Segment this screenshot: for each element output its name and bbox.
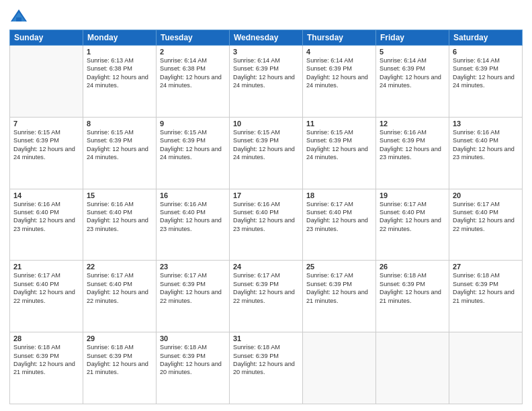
day-info: Sunrise: 6:17 AM Sunset: 6:40 PM Dayligh… bbox=[87, 271, 152, 305]
day-info: Sunrise: 6:16 AM Sunset: 6:40 PM Dayligh… bbox=[87, 200, 152, 234]
day-number: 28 bbox=[13, 334, 79, 342]
daylight-label: Daylight: 12 hours and 21 minutes. bbox=[380, 289, 441, 304]
day-number: 31 bbox=[233, 334, 299, 342]
day-info: Sunrise: 6:15 AM Sunset: 6:39 PM Dayligh… bbox=[13, 128, 79, 162]
sunrise-label: Sunrise: 6:17 AM bbox=[306, 272, 353, 279]
day-number: 23 bbox=[160, 263, 226, 271]
day-number: 11 bbox=[306, 120, 372, 128]
sunset-label: Sunset: 6:39 PM bbox=[160, 281, 206, 287]
day-number: 15 bbox=[87, 191, 152, 199]
sunrise-label: Sunrise: 6:17 AM bbox=[306, 201, 353, 208]
sunset-label: Sunset: 6:39 PM bbox=[380, 281, 425, 287]
header bbox=[9, 7, 523, 26]
day-info: Sunrise: 6:17 AM Sunset: 6:40 PM Dayligh… bbox=[380, 200, 445, 234]
day-info: Sunrise: 6:16 AM Sunset: 6:40 PM Dayligh… bbox=[160, 200, 226, 234]
day-info: Sunrise: 6:17 AM Sunset: 6:39 PM Dayligh… bbox=[160, 271, 226, 305]
sunset-label: Sunset: 6:39 PM bbox=[13, 353, 59, 359]
day-info: Sunrise: 6:18 AM Sunset: 6:39 PM Dayligh… bbox=[233, 343, 299, 377]
day-number: 13 bbox=[453, 120, 519, 128]
day-info: Sunrise: 6:16 AM Sunset: 6:40 PM Dayligh… bbox=[453, 128, 519, 162]
sunrise-label: Sunrise: 6:14 AM bbox=[233, 57, 280, 64]
calendar-cell bbox=[376, 332, 449, 404]
sunrise-label: Sunrise: 6:16 AM bbox=[87, 201, 134, 208]
day-header-monday: Monday bbox=[83, 30, 157, 46]
sunrise-label: Sunrise: 6:15 AM bbox=[13, 129, 60, 136]
calendar-cell: 30 Sunrise: 6:18 AM Sunset: 6:39 PM Dayl… bbox=[157, 332, 230, 404]
sunrise-label: Sunrise: 6:14 AM bbox=[380, 57, 427, 64]
calendar-cell: 23 Sunrise: 6:17 AM Sunset: 6:39 PM Dayl… bbox=[157, 261, 230, 332]
day-info: Sunrise: 6:17 AM Sunset: 6:39 PM Dayligh… bbox=[233, 271, 299, 305]
day-number: 19 bbox=[380, 191, 445, 199]
calendar-cell: 10 Sunrise: 6:15 AM Sunset: 6:39 PM Dayl… bbox=[230, 117, 303, 189]
daylight-label: Daylight: 12 hours and 23 minutes. bbox=[87, 217, 148, 232]
sunset-label: Sunset: 6:39 PM bbox=[87, 353, 132, 359]
daylight-label: Daylight: 12 hours and 22 minutes. bbox=[380, 217, 441, 232]
sunrise-label: Sunrise: 6:18 AM bbox=[87, 344, 134, 351]
calendar-week-row: 1 Sunrise: 6:13 AM Sunset: 6:38 PM Dayli… bbox=[10, 46, 523, 118]
sunrise-label: Sunrise: 6:17 AM bbox=[380, 201, 427, 208]
sunset-label: Sunset: 6:39 PM bbox=[87, 137, 132, 144]
calendar-cell: 24 Sunrise: 6:17 AM Sunset: 6:39 PM Dayl… bbox=[230, 261, 303, 332]
sunrise-label: Sunrise: 6:18 AM bbox=[233, 344, 280, 351]
daylight-label: Daylight: 12 hours and 21 minutes. bbox=[87, 361, 148, 375]
sunset-label: Sunset: 6:40 PM bbox=[453, 209, 498, 216]
sunrise-label: Sunrise: 6:15 AM bbox=[233, 129, 280, 136]
calendar-cell: 27 Sunrise: 6:18 AM Sunset: 6:39 PM Dayl… bbox=[449, 261, 523, 332]
daylight-label: Daylight: 12 hours and 20 minutes. bbox=[233, 361, 295, 375]
day-header-wednesday: Wednesday bbox=[230, 30, 303, 46]
daylight-label: Daylight: 12 hours and 23 minutes. bbox=[453, 146, 515, 161]
calendar-header-row: SundayMondayTuesdayWednesdayThursdayFrid… bbox=[10, 30, 523, 46]
sunset-label: Sunset: 6:38 PM bbox=[160, 65, 206, 72]
calendar-week-row: 28 Sunrise: 6:18 AM Sunset: 6:39 PM Dayl… bbox=[10, 332, 523, 404]
sunrise-label: Sunrise: 6:16 AM bbox=[453, 129, 500, 136]
day-number: 5 bbox=[380, 48, 445, 56]
calendar-cell: 5 Sunrise: 6:14 AM Sunset: 6:39 PM Dayli… bbox=[376, 46, 449, 118]
calendar-cell: 26 Sunrise: 6:18 AM Sunset: 6:39 PM Dayl… bbox=[376, 261, 449, 332]
calendar-cell: 22 Sunrise: 6:17 AM Sunset: 6:40 PM Dayl… bbox=[83, 261, 157, 332]
daylight-label: Daylight: 12 hours and 21 minutes. bbox=[306, 289, 368, 304]
daylight-label: Daylight: 12 hours and 22 minutes. bbox=[453, 217, 515, 232]
day-number: 18 bbox=[306, 191, 372, 199]
daylight-label: Daylight: 12 hours and 24 minutes. bbox=[87, 146, 148, 161]
calendar-cell: 7 Sunrise: 6:15 AM Sunset: 6:39 PM Dayli… bbox=[10, 117, 83, 189]
day-number: 16 bbox=[160, 191, 226, 199]
sunset-label: Sunset: 6:39 PM bbox=[160, 353, 206, 359]
calendar-cell: 20 Sunrise: 6:17 AM Sunset: 6:40 PM Dayl… bbox=[449, 189, 523, 261]
sunrise-label: Sunrise: 6:13 AM bbox=[87, 57, 134, 64]
daylight-label: Daylight: 12 hours and 24 minutes. bbox=[306, 74, 368, 89]
calendar-cell: 2 Sunrise: 6:14 AM Sunset: 6:38 PM Dayli… bbox=[157, 46, 230, 118]
sunset-label: Sunset: 6:39 PM bbox=[233, 137, 279, 144]
sunset-label: Sunset: 6:39 PM bbox=[233, 281, 279, 287]
daylight-label: Daylight: 12 hours and 23 minutes. bbox=[13, 217, 75, 232]
sunrise-label: Sunrise: 6:18 AM bbox=[13, 344, 60, 351]
logo bbox=[9, 7, 31, 26]
sunrise-label: Sunrise: 6:16 AM bbox=[13, 201, 60, 208]
calendar-cell bbox=[10, 46, 83, 118]
sunrise-label: Sunrise: 6:15 AM bbox=[87, 129, 134, 136]
daylight-label: Daylight: 12 hours and 24 minutes. bbox=[87, 74, 148, 89]
sunset-label: Sunset: 6:39 PM bbox=[453, 65, 498, 72]
day-info: Sunrise: 6:18 AM Sunset: 6:39 PM Dayligh… bbox=[453, 271, 519, 305]
logo-icon bbox=[9, 7, 28, 26]
sunset-label: Sunset: 6:40 PM bbox=[160, 209, 206, 216]
sunrise-label: Sunrise: 6:17 AM bbox=[233, 272, 280, 279]
day-number: 29 bbox=[87, 334, 152, 342]
day-number: 2 bbox=[160, 48, 226, 56]
day-info: Sunrise: 6:17 AM Sunset: 6:39 PM Dayligh… bbox=[306, 271, 372, 305]
day-info: Sunrise: 6:14 AM Sunset: 6:39 PM Dayligh… bbox=[233, 56, 299, 90]
day-info: Sunrise: 6:18 AM Sunset: 6:39 PM Dayligh… bbox=[13, 343, 79, 377]
sunset-label: Sunset: 6:40 PM bbox=[87, 281, 132, 287]
sunset-label: Sunset: 6:40 PM bbox=[233, 209, 279, 216]
day-number: 17 bbox=[233, 191, 299, 199]
sunrise-label: Sunrise: 6:14 AM bbox=[160, 57, 207, 64]
calendar-week-row: 21 Sunrise: 6:17 AM Sunset: 6:40 PM Dayl… bbox=[10, 261, 523, 332]
day-header-friday: Friday bbox=[376, 30, 449, 46]
daylight-label: Daylight: 12 hours and 22 minutes. bbox=[13, 289, 75, 304]
day-header-tuesday: Tuesday bbox=[157, 30, 230, 46]
calendar-cell: 25 Sunrise: 6:17 AM Sunset: 6:39 PM Dayl… bbox=[303, 261, 376, 332]
day-number: 25 bbox=[306, 263, 372, 271]
sunset-label: Sunset: 6:39 PM bbox=[233, 65, 279, 72]
sunrise-label: Sunrise: 6:15 AM bbox=[306, 129, 353, 136]
sunrise-label: Sunrise: 6:14 AM bbox=[453, 57, 500, 64]
day-number: 20 bbox=[453, 191, 519, 199]
